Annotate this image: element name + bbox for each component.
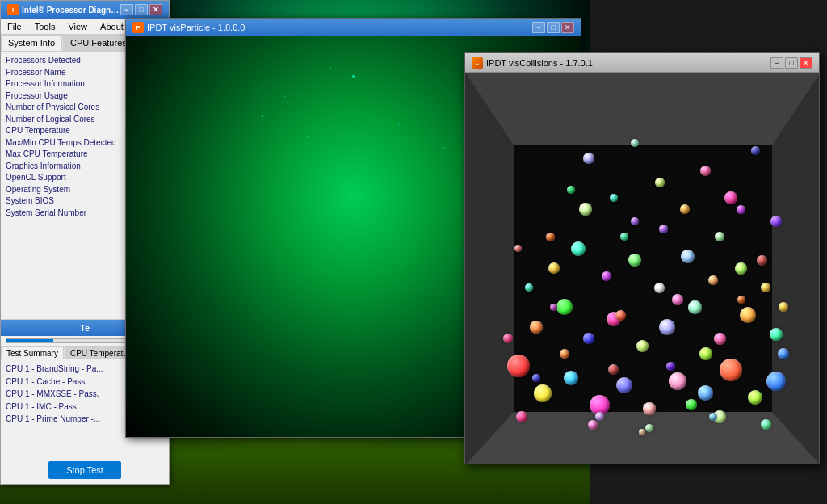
collision-sphere xyxy=(532,374,540,382)
collision-sphere xyxy=(643,402,656,415)
pdt-window-controls: − □ ✕ xyxy=(120,4,162,15)
collision-sphere xyxy=(503,334,513,343)
collision-sphere xyxy=(534,384,552,402)
vis-collisions-icon: C xyxy=(472,57,483,69)
spheres-container xyxy=(465,73,819,464)
collision-sphere xyxy=(583,333,594,344)
collision-sphere xyxy=(595,412,604,421)
collisions-title-left: C IPDT visCollisions - 1.7.0.1 xyxy=(472,57,593,69)
pdt-minimize-btn[interactable]: − xyxy=(120,4,133,15)
collision-sphere xyxy=(530,321,543,334)
collision-sphere xyxy=(708,275,718,285)
collision-sphere xyxy=(645,424,653,432)
menu-view[interactable]: View xyxy=(65,21,90,32)
collision-sphere xyxy=(610,194,618,202)
collision-sphere xyxy=(636,340,649,352)
collision-sphere xyxy=(516,411,527,422)
pdt-title-icon: I xyxy=(7,4,19,15)
pdt-window-title: Intel® Processor Diagnostic Tool 64Bit 4… xyxy=(22,6,120,15)
collisions-maximize-btn[interactable]: □ xyxy=(785,57,798,69)
collision-sphere xyxy=(770,216,782,227)
collision-sphere xyxy=(620,233,628,241)
vis-collisions-titlebar: C IPDT visCollisions - 1.7.0.1 − □ ✕ xyxy=(465,53,819,73)
collision-sphere xyxy=(571,242,586,256)
vis-particle-maximize-btn[interactable]: □ xyxy=(547,22,560,33)
collision-sphere xyxy=(628,254,641,267)
collision-sphere xyxy=(556,299,573,315)
collision-sphere xyxy=(616,377,632,393)
collision-sphere xyxy=(564,371,578,385)
collision-sphere xyxy=(766,372,786,391)
menu-tools[interactable]: Tools xyxy=(31,21,59,32)
vis-collisions-controls: − □ ✕ xyxy=(770,57,812,69)
pdt-maximize-btn[interactable]: □ xyxy=(135,4,148,15)
collision-sphere xyxy=(681,250,695,263)
collision-sphere xyxy=(757,255,767,266)
collisions-close-btn[interactable]: ✕ xyxy=(800,57,812,69)
collision-sphere xyxy=(548,262,560,274)
vis-collisions-title: IPDT visCollisions - 1.7.0.1 xyxy=(486,58,593,68)
titlebar-text-area: I Intel® Processor Diagnostic Tool 64Bit… xyxy=(7,4,120,15)
collision-sphere xyxy=(751,146,760,155)
collision-sphere xyxy=(748,390,762,405)
vis-particle-close-btn[interactable]: ✕ xyxy=(561,22,574,33)
collision-sphere xyxy=(714,333,726,345)
collision-sphere xyxy=(546,233,555,242)
collision-sphere xyxy=(602,271,611,281)
vis-particle-controls: − □ ✕ xyxy=(532,22,574,33)
collision-sphere xyxy=(654,283,665,293)
collision-sphere xyxy=(655,178,665,187)
vis-particle-title: IPDT visParticle - 1.8.0.0 xyxy=(147,23,245,32)
collision-sphere xyxy=(709,413,717,421)
collision-sphere xyxy=(715,232,724,242)
collision-sphere xyxy=(740,307,756,323)
collision-sphere xyxy=(514,245,522,252)
tab-system-info[interactable]: System Info xyxy=(1,35,62,51)
intel-pdt-titlebar: I Intel® Processor Diagnostic Tool 64Bit… xyxy=(1,1,169,19)
collision-sphere xyxy=(507,355,530,377)
vis-particle-title-left: P IPDT visParticle - 1.8.0.0 xyxy=(132,22,245,33)
collision-sphere xyxy=(608,364,619,375)
progress-bar-fill xyxy=(6,339,53,342)
collision-sphere xyxy=(525,284,533,292)
collision-sphere xyxy=(659,225,668,233)
collision-sphere xyxy=(615,310,626,321)
collision-sphere xyxy=(699,347,712,360)
collisions-minimize-btn[interactable]: − xyxy=(770,57,783,69)
collision-sphere xyxy=(779,302,788,312)
collision-sphere xyxy=(579,203,592,216)
collision-sphere xyxy=(778,348,789,359)
collisions-content xyxy=(465,73,819,464)
vis-particle-titlebar: P IPDT visParticle - 1.8.0.0 − □ ✕ xyxy=(126,19,581,36)
collision-sphere xyxy=(770,328,783,341)
vis-particle-minimize-btn[interactable]: − xyxy=(532,22,545,33)
collision-sphere xyxy=(631,139,639,147)
collision-sphere xyxy=(583,153,594,164)
collision-sphere xyxy=(550,304,557,311)
stop-test-button[interactable]: Stop Test xyxy=(48,461,121,479)
collision-sphere xyxy=(639,429,645,435)
menu-file[interactable]: File xyxy=(4,21,25,32)
menu-about[interactable]: About xyxy=(97,21,127,32)
collision-sphere xyxy=(720,359,742,381)
collision-sphere xyxy=(698,385,713,401)
collision-sphere xyxy=(631,217,639,225)
collision-sphere xyxy=(669,372,686,390)
collision-sphere xyxy=(659,319,675,335)
tab-cpu-features[interactable]: CPU Features xyxy=(63,35,134,51)
collision-sphere xyxy=(724,191,737,204)
collision-sphere xyxy=(761,419,771,430)
collision-sphere xyxy=(560,349,569,359)
tab-test-summary[interactable]: Test Summary xyxy=(1,346,64,359)
collision-sphere xyxy=(735,262,747,275)
collision-sphere xyxy=(672,294,683,305)
collision-sphere xyxy=(688,300,702,314)
vis-collisions-window: C IPDT visCollisions - 1.7.0.1 − □ ✕ xyxy=(464,52,820,464)
collision-sphere xyxy=(567,186,575,194)
collision-sphere xyxy=(700,166,711,176)
pdt-close-btn[interactable]: ✕ xyxy=(149,4,162,15)
collision-sphere xyxy=(761,283,770,292)
collision-sphere xyxy=(737,205,745,214)
collision-sphere xyxy=(686,399,697,410)
collision-sphere xyxy=(666,362,675,371)
